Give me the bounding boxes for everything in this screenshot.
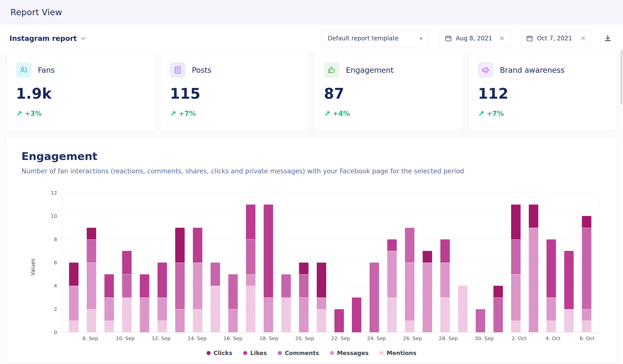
stat-card-fans: Fans 1.9k ↗ +3% xyxy=(6,54,155,131)
bar-group xyxy=(472,193,489,332)
x-tick-label: 30. Sep xyxy=(475,335,494,341)
bar-group xyxy=(419,193,436,332)
bar-segment-mentions xyxy=(582,321,591,332)
bar-segment-messages xyxy=(440,263,450,297)
bar-segment-messages xyxy=(157,297,167,321)
bar-segment-messages xyxy=(582,309,591,321)
bar-group xyxy=(578,193,595,332)
bar-segment-comments xyxy=(122,274,132,297)
x-tick-label xyxy=(99,335,116,341)
stat-label: Fans xyxy=(38,66,55,74)
bar-segment-messages xyxy=(264,297,273,332)
bar-segment-messages xyxy=(104,297,114,321)
bar-segment-messages xyxy=(387,251,397,297)
bar-group xyxy=(525,193,542,332)
scrollbar[interactable] xyxy=(621,50,623,105)
bar-group xyxy=(224,193,242,332)
page-title: Report View xyxy=(10,7,62,17)
date-to-clear-button[interactable]: ✕ xyxy=(580,35,586,42)
date-from-picker[interactable]: Aug 8, 2021 ✕ xyxy=(440,30,510,47)
bar-segment-messages xyxy=(423,263,432,332)
bar-segment-mentions xyxy=(104,321,114,332)
bar-segment-likes xyxy=(352,297,361,332)
legend-label: Comments xyxy=(285,350,319,356)
x-tick-label: 6. Oct xyxy=(579,335,596,341)
bar-group xyxy=(454,193,472,332)
bar-segment-mentions xyxy=(157,321,167,332)
download-button[interactable] xyxy=(602,32,614,45)
legend-dot-icon xyxy=(207,351,211,355)
bar-group xyxy=(348,193,366,332)
legend-label: Clicks xyxy=(214,350,232,356)
x-tick-label: 22. Sep xyxy=(331,335,350,341)
x-tick-label: 28. Sep xyxy=(439,335,458,341)
report-name: Instagram report xyxy=(9,34,77,43)
bar-segment-comments xyxy=(582,228,591,309)
x-tick-label: 8. Sep xyxy=(82,335,99,341)
bar-segment-messages xyxy=(299,297,309,332)
bar-group xyxy=(100,193,118,332)
bar-segment-clicks xyxy=(529,205,538,228)
bar-group xyxy=(401,193,419,332)
template-select-value: Default report template xyxy=(328,35,399,42)
bar-segment-mentions xyxy=(281,297,291,332)
chart-legend: ClicksLikesCommentsMessagesMentions xyxy=(21,350,602,356)
bar-segment-clicks xyxy=(299,263,309,274)
bar-group xyxy=(242,193,259,332)
chart-xlabels: 8. Sep10. Sep12. Sep14. Sep16. Sep18. Se… xyxy=(61,335,599,341)
stat-card-engagement: Engagement 87 ↗ +4% xyxy=(314,54,463,131)
y-tick-label: 10 xyxy=(46,213,57,219)
stats-row: Fans 1.9k ↗ +3% Posts 115 ↗ +7% Engageme… xyxy=(0,53,623,131)
bar-group xyxy=(560,193,578,332)
bar-segment-likes xyxy=(387,239,397,251)
x-tick-label xyxy=(528,335,545,341)
legend-item-mentions[interactable]: Mentions xyxy=(380,350,416,356)
date-to-picker[interactable]: Oct 7, 2021 ✕ xyxy=(521,30,591,47)
engagement-chart: Values 024681012 8. Sep10. Sep12. Sep14.… xyxy=(61,193,599,341)
x-tick-label xyxy=(242,335,259,341)
bar-group xyxy=(118,193,136,332)
bar-segment-comments xyxy=(228,274,238,309)
bar-segment-messages xyxy=(546,297,556,321)
bar-group xyxy=(312,193,330,332)
stat-label: Posts xyxy=(192,66,211,74)
legend-item-likes[interactable]: Likes xyxy=(243,350,267,356)
bar-group xyxy=(507,193,525,332)
legend-label: Messages xyxy=(337,350,369,356)
y-tick-label: 6 xyxy=(46,260,57,266)
legend-item-clicks[interactable]: Clicks xyxy=(207,350,232,356)
x-tick-label xyxy=(350,335,367,341)
stat-value: 87 xyxy=(324,85,453,102)
x-tick-label: 26. Sep xyxy=(403,335,422,341)
legend-item-comments[interactable]: Comments xyxy=(278,350,319,356)
stat-card-brand-awareness: Brand awareness 112 ↗ +7% xyxy=(468,54,617,131)
template-select[interactable]: Default report template ▾ xyxy=(321,30,429,47)
date-to-value: Oct 7, 2021 xyxy=(537,35,572,42)
bar-segment-comments xyxy=(511,239,521,274)
bar-segment-messages xyxy=(529,228,538,332)
x-tick-label xyxy=(278,335,295,341)
bar-segment-mentions xyxy=(564,309,574,332)
bar-segment-messages xyxy=(140,297,149,332)
bar-segment-clicks xyxy=(423,251,432,263)
legend-label: Mentions xyxy=(387,350,416,356)
section-title: Engagement xyxy=(21,150,602,162)
report-selector[interactable]: Instagram report xyxy=(9,34,86,43)
bar-segment-comments xyxy=(370,263,379,332)
document-icon xyxy=(170,62,185,78)
bar-segment-clicks xyxy=(175,228,185,263)
x-tick-label: 10. Sep xyxy=(116,335,135,341)
trend-up-icon: ↗ xyxy=(478,109,484,118)
stat-delta-value: +7% xyxy=(179,110,196,117)
x-tick-label: 24. Sep xyxy=(367,335,386,341)
legend-item-messages[interactable]: Messages xyxy=(330,350,369,356)
bar-segment-clicks xyxy=(69,263,78,286)
stat-card-posts: Posts 115 ↗ +7% xyxy=(160,54,309,131)
bar-group xyxy=(366,193,383,332)
calendar-icon xyxy=(445,35,452,42)
stat-delta: ↗ +7% xyxy=(170,109,299,118)
bar-segment-comments xyxy=(211,263,220,286)
date-from-clear-button[interactable]: ✕ xyxy=(499,35,505,42)
x-tick-label xyxy=(494,335,511,341)
x-tick-label xyxy=(386,335,403,341)
